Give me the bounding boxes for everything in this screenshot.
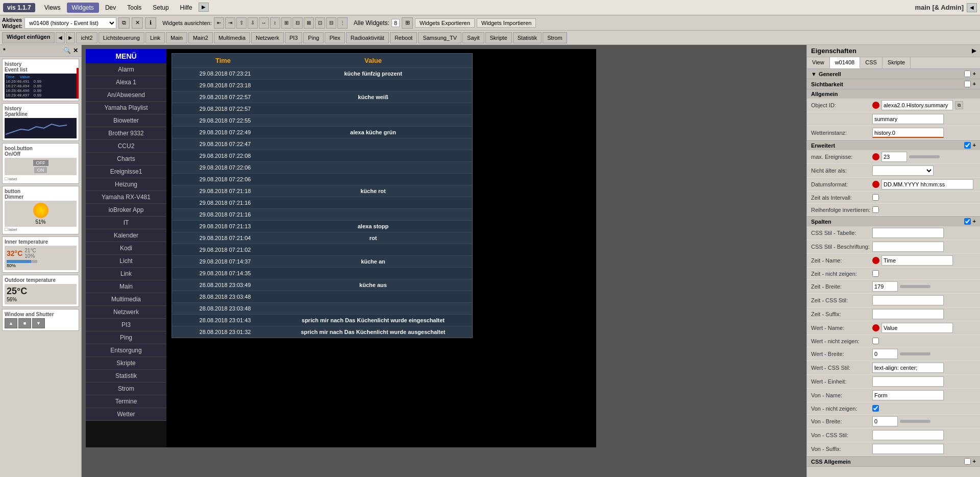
import-widgets-btn[interactable]: Widgets Importieren <box>477 18 536 28</box>
zeit-breite-slider[interactable] <box>900 285 930 288</box>
props-section-generell-header[interactable]: ▼ Generell + <box>807 69 980 79</box>
nav-tab-sayit[interactable]: Sayit <box>462 32 484 43</box>
sichtbarkeit-expand[interactable]: + <box>973 81 976 87</box>
nav-tab-icht2[interactable]: icht2 <box>76 32 97 43</box>
widget-card-dimmer[interactable]: buttonDimmer 51% □ label <box>2 186 79 234</box>
distribute-v-btn[interactable]: ⊟ <box>292 17 303 29</box>
props-tab-w01408[interactable]: w01408 <box>830 57 861 68</box>
vis-menu-item-link[interactable]: Link <box>86 268 166 280</box>
spalten-checkbox[interactable] <box>964 218 971 225</box>
menu-dev[interactable]: Dev <box>100 3 121 13</box>
objectid-copy-btn[interactable]: ⧉ <box>955 101 963 109</box>
active-widget-select[interactable]: w01408 (history - Event list) <box>24 17 116 29</box>
wert-breite-slider[interactable] <box>900 352 930 355</box>
canvas-area[interactable]: MENÜ Alarm Alexa 1 An/Abwesend Yamaha Pl… <box>82 45 806 477</box>
align-center-h-btn[interactable]: ↔ <box>259 17 269 29</box>
vis-menu-item-kalender[interactable]: Kalender <box>86 229 166 242</box>
export-widgets-btn[interactable]: Widgets Exportieren <box>415 18 475 28</box>
objectid2-input[interactable] <box>872 114 944 124</box>
vis-menu-item-charts[interactable]: Charts <box>86 153 166 165</box>
max-ereignisse-slider[interactable] <box>909 155 940 158</box>
nav-next-btn[interactable]: ▶ <box>66 32 75 43</box>
css-tabelle-input[interactable] <box>872 228 944 238</box>
zeit-name-input[interactable] <box>881 255 953 266</box>
copy-widget-btn[interactable]: ⧉ <box>118 17 130 29</box>
datumsformat-input[interactable] <box>881 179 973 189</box>
vis-menu-item-alarm[interactable]: Alarm <box>86 63 166 76</box>
same-width-btn[interactable]: ⊠ <box>304 17 314 29</box>
spalten-expand[interactable]: + <box>973 218 976 225</box>
distribute-h-btn[interactable]: ⊞ <box>281 17 291 29</box>
align-top-btn[interactable]: ⇧ <box>236 17 247 29</box>
nav-tab-plex[interactable]: Plex <box>325 32 345 43</box>
nav-tab-link[interactable]: Link <box>145 32 165 43</box>
nav-tab-lichtsteuerung[interactable]: Lichtsteuerung <box>99 32 144 43</box>
vis-menu-item-kodi[interactable]: Kodi <box>86 242 166 255</box>
vis-menu-item-ccu2[interactable]: CCU2 <box>86 140 166 153</box>
menu-views[interactable]: Views <box>39 3 66 13</box>
widget-card-bool-button[interactable]: bool.buttonOn/Off OFF ON □ label <box>2 143 79 184</box>
menu-widgets[interactable]: Widgets <box>67 3 99 13</box>
vis-menu-item-heizung[interactable]: Heizung <box>86 178 166 191</box>
nav-tab-skripte[interactable]: Skripte <box>485 32 512 43</box>
sidebar-search-icon[interactable]: 🔍 <box>63 47 71 54</box>
vis-menu-item-skripte[interactable]: Skripte <box>86 357 166 370</box>
css-allgemein-checkbox[interactable] <box>964 458 971 465</box>
max-ereignisse-input[interactable] <box>881 152 907 162</box>
expand-menu-btn[interactable]: ▶ <box>199 3 209 12</box>
nav-tab-statistik[interactable]: Statistik <box>513 32 542 43</box>
widget-insert-btn[interactable]: Widget einfügen <box>2 32 55 43</box>
nav-tab-main2[interactable]: Main2 <box>188 32 213 43</box>
von-breite-slider[interactable] <box>900 420 930 423</box>
nav-tab-samsung[interactable]: Samsung_TV <box>418 32 461 43</box>
zeit-suffix-input[interactable] <box>872 309 944 319</box>
css-beschriftung-input[interactable] <box>872 242 944 252</box>
vis-menu-item-anabwesend[interactable]: An/Abwesend <box>86 89 166 102</box>
von-suffix-input[interactable] <box>872 444 944 454</box>
vis-menu-item-ping[interactable]: Ping <box>86 331 166 344</box>
zeit-intervall-checkbox[interactable] <box>872 194 879 201</box>
widget-card-shutter[interactable]: Window and Shutter ▲ ■ ▼ <box>2 309 79 331</box>
reihenfolge-checkbox[interactable] <box>872 206 879 213</box>
props-section-spalten-header[interactable]: Spalten + <box>807 217 980 226</box>
widget-card-outdoor-temp[interactable]: Outdoor temperature 25°C 56% <box>2 275 79 307</box>
props-section-sichtbarkeit-header[interactable]: Sichtbarkeit + <box>807 79 980 89</box>
info-widget-btn[interactable]: ℹ <box>145 17 156 29</box>
vis-menu-item-statistik[interactable]: Statistik <box>86 370 166 383</box>
nav-prev-btn[interactable]: ◀ <box>56 32 65 43</box>
delete-widget-btn[interactable]: ✕ <box>132 17 143 29</box>
vis-menu-item-licht[interactable]: Licht <box>86 255 166 268</box>
align-left-btn[interactable]: ⇤ <box>214 17 224 29</box>
zeit-nicht-zeigen-checkbox[interactable] <box>872 270 879 277</box>
generell-expand[interactable]: + <box>973 70 976 77</box>
wert-breite-input[interactable] <box>872 349 898 359</box>
toggle-all-widgets-btn[interactable]: ⊞ <box>402 17 413 29</box>
vis-menu-item-entsorgung[interactable]: Entsorgung <box>86 344 166 357</box>
vis-menu-item-pi3[interactable]: PI3 <box>86 319 166 331</box>
widget-card-history-event[interactable]: historyEvent list TimeValue 16:26:48.491… <box>2 59 79 101</box>
zeit-breite-input[interactable] <box>872 281 898 292</box>
nav-tab-ping[interactable]: Ping <box>303 32 324 43</box>
erweitert-expand[interactable]: + <box>973 142 976 149</box>
collapse-right-btn[interactable]: ◀ <box>967 3 977 12</box>
vis-menu-item-ereignisse1[interactable]: Ereignisse1 <box>86 165 166 178</box>
widget-card-sparkline[interactable]: historySparkline <box>2 103 79 141</box>
von-nicht-zeigen-checkbox[interactable] <box>872 405 879 412</box>
sidebar-close-icon[interactable]: ✕ <box>73 47 78 54</box>
von-name-input[interactable] <box>872 390 944 400</box>
props-section-erweitert-header[interactable]: Erweitert + <box>807 140 980 150</box>
vis-menu-item-alexa1[interactable]: Alexa 1 <box>86 76 166 89</box>
vis-menu-item-termine[interactable]: Termine <box>86 395 166 408</box>
nav-tab-radioaktivitaet[interactable]: Radioaktivität <box>346 32 389 43</box>
erweitert-checkbox[interactable] <box>964 142 971 149</box>
wert-nicht-zeigen-checkbox[interactable] <box>872 338 879 344</box>
vis-menu-item-wetter[interactable]: Wetter <box>86 408 166 421</box>
menu-setup[interactable]: Setup <box>148 3 174 13</box>
props-section-css-allgemein-header[interactable]: CSS Allgemein + <box>807 457 980 466</box>
vis-menu-item-it[interactable]: IT <box>86 217 166 229</box>
vis-menu-item-biowetter[interactable]: Biowetter <box>86 114 166 127</box>
grid-btn[interactable]: ⋮ <box>337 17 348 29</box>
props-tab-css[interactable]: CSS <box>860 57 883 68</box>
align-right-btn[interactable]: ⇥ <box>225 17 235 29</box>
props-panel-collapse[interactable]: ▶ <box>972 47 976 54</box>
